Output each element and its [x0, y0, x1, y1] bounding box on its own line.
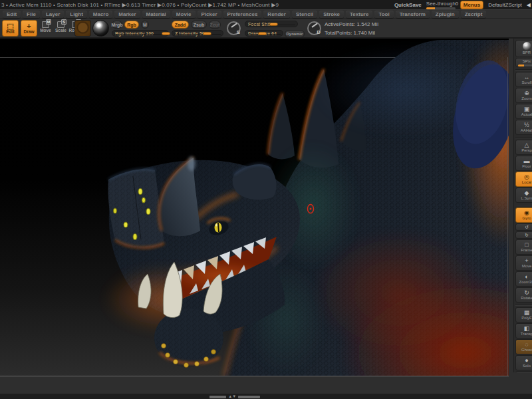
- shelf-item-icon: ↺: [525, 225, 529, 229]
- menus-button[interactable]: Menus: [460, 1, 483, 9]
- shelf-item-icon: □: [525, 242, 528, 248]
- shelf-item-label: Local: [522, 180, 531, 185]
- shelf-item-spix[interactable]: SPix: [515, 58, 532, 67]
- shelf-item-gyro[interactable]: ◉ Gyro: [515, 207, 532, 223]
- shelf-divider: [515, 69, 532, 70]
- shelf-item-icon: ◐: [525, 274, 528, 280]
- focal-shift-slider[interactable]: Focal Shift 0: [245, 21, 298, 27]
- z-intensity-slider[interactable]: Z Intensity 50: [172, 30, 223, 37]
- shelf-item-floor[interactable]: ▬ Floor: [515, 156, 532, 171]
- see-through-label: See-through: [426, 1, 456, 7]
- shelf-item-icon: ↔: [524, 74, 530, 80]
- canvas-region: BPR SPix ↔ Scroll ⊕ Zoom ▣ Actual ½ AAHa…: [0, 39, 532, 394]
- shelf-item-icon: [523, 42, 531, 51]
- shelf-item-icon: ●: [525, 358, 528, 364]
- menu-item-edit[interactable]: Edit: [3, 11, 21, 18]
- shelf-item-label: SPix: [523, 59, 531, 64]
- shelf-item-label: L.Sym: [521, 196, 532, 201]
- zsub-button[interactable]: Zsub: [191, 21, 207, 29]
- document-viewport[interactable]: [0, 39, 509, 376]
- shelf-item-zoom3d[interactable]: ◐ Zoom3D: [515, 271, 532, 287]
- dynamic-button[interactable]: Dynamic: [285, 30, 305, 38]
- shelf-item-aahalf[interactable]: ½ AAHalf: [515, 120, 532, 135]
- see-through-slider[interactable]: See-through 0: [426, 1, 456, 9]
- shelf-item-transp[interactable]: ◧ Transp: [515, 323, 532, 338]
- menu-item-transform[interactable]: Transform: [396, 11, 430, 18]
- shelf-item-label: Scroll: [521, 80, 531, 85]
- shelf-item-icon: +: [525, 258, 528, 264]
- menu-item-zplugin[interactable]: Zplugin: [432, 11, 459, 18]
- menu-bar: EditFileLayerLightMacroMarkerMaterialMov…: [0, 9, 532, 19]
- menu-item-macro[interactable]: Macro: [89, 11, 113, 18]
- shelf-item-label: AAHalf: [521, 128, 532, 133]
- zcut-button[interactable]: Zcut: [209, 21, 221, 29]
- shelf-item-xpose[interactable]: ⇄ Xpose: [515, 371, 532, 372]
- shelf-item-icon: ▬: [524, 158, 530, 164]
- shelf-item-frame[interactable]: □ Frame: [515, 239, 532, 255]
- stroke-selector-icon[interactable]: S: [227, 21, 241, 35]
- shelf-item-label: Solo: [523, 364, 531, 368]
- shelf-item-icon: ⊕: [524, 90, 529, 96]
- menu-item-stencil[interactable]: Stencil: [292, 11, 317, 18]
- draw-size-slider[interactable]: Draw Size 64: [245, 30, 283, 37]
- shelf-item-actual[interactable]: ▣ Actual: [515, 104, 532, 119]
- shelf-divider: [515, 305, 532, 306]
- menu-item-texture[interactable]: Texture: [346, 11, 372, 18]
- default-zscript-button[interactable]: DefaultZScript: [488, 2, 522, 8]
- menu-item-movie[interactable]: Movie: [172, 11, 196, 18]
- right-shelf: BPR SPix ↔ Scroll ⊕ Zoom ▣ Actual ½ AAHa…: [513, 39, 532, 372]
- alpha-selector-icon[interactable]: D: [307, 21, 321, 35]
- menu-item-render[interactable]: Render: [263, 11, 290, 18]
- scale-icon: S: [57, 21, 65, 28]
- menu-item-stroke[interactable]: Stroke: [319, 11, 344, 18]
- menu-item-marker[interactable]: Marker: [114, 11, 140, 18]
- menu-item-picker[interactable]: Picker: [198, 11, 221, 18]
- top-shelf-toolbar: ⬚ Edit + Draw M Move S Scale R Rotate Mr…: [0, 19, 532, 39]
- menu-item-light[interactable]: Light: [66, 11, 87, 18]
- shelf-item-label: Zoom: [521, 96, 531, 101]
- shelf-item-polyf[interactable]: ▦ PolyF: [515, 307, 532, 323]
- shelf-item-bpr[interactable]: BPR: [515, 40, 532, 57]
- shelf-item-rotate[interactable]: ↻ Rotate: [515, 287, 532, 303]
- shelf-divider: [515, 137, 532, 138]
- menu-item-preferences[interactable]: Preferences: [223, 11, 262, 18]
- scale-button[interactable]: S Scale: [54, 21, 68, 36]
- shelf-item-zoom[interactable]: ⊕ Zoom: [515, 88, 532, 103]
- edit-button[interactable]: ⬚ Edit: [2, 20, 19, 37]
- total-points-readout: TotalPoints: 1.740 Mil: [325, 30, 375, 36]
- shelf-item-icon: ▦: [524, 310, 530, 316]
- shelf-item[interactable]: ↻: [515, 231, 532, 239]
- shelf-item-label: BPR: [523, 51, 531, 55]
- shelf-item-solo[interactable]: ● Solo: [515, 355, 532, 370]
- move-button[interactable]: M Move: [39, 21, 53, 36]
- shelf-item-scroll[interactable]: ↔ Scroll: [515, 72, 532, 87]
- current-brush-tile[interactable]: [74, 20, 91, 37]
- rgb-button[interactable]: Rgb: [124, 21, 139, 29]
- menu-item-material[interactable]: Material: [142, 11, 170, 18]
- dragon-sculpt-render[interactable]: [0, 40, 509, 376]
- rgb-intensity-slider[interactable]: Rgb Intensity 100: [112, 30, 169, 37]
- tray-resize-handle[interactable]: ▲▼: [209, 395, 260, 398]
- pointer-icon: ◀: [527, 2, 531, 8]
- current-material-sphere[interactable]: [92, 20, 109, 37]
- menu-item-file[interactable]: File: [23, 11, 40, 18]
- menu-item-zscript[interactable]: Zscript: [461, 11, 487, 18]
- menu-item-layer[interactable]: Layer: [42, 11, 64, 18]
- shelf-item-label: Zoom3D: [519, 280, 532, 285]
- draw-button[interactable]: + Draw: [21, 20, 37, 37]
- shelf-item[interactable]: ↺: [515, 223, 532, 231]
- shelf-item-label: Persp: [521, 148, 532, 153]
- zadd-button[interactable]: Zadd: [172, 21, 189, 29]
- shelf-item-label: Rotate: [521, 296, 532, 301]
- zbrush-window: 3 • Active Mem 1110 • Scratch Disk 101 •…: [0, 0, 532, 399]
- mrgb-button[interactable]: Mrgb: [112, 21, 122, 29]
- shelf-item-persp[interactable]: △ Persp: [515, 140, 532, 155]
- menu-item-tool[interactable]: Tool: [374, 11, 393, 18]
- shelf-item-move[interactable]: + Move: [515, 255, 532, 271]
- m-button[interactable]: M: [141, 21, 149, 29]
- shelf-item-ghost[interactable]: ◌ Ghost: [515, 339, 532, 354]
- shelf-item-label: PolyF: [521, 316, 531, 321]
- shelf-item-lsym[interactable]: ◆ L.Sym: [515, 188, 532, 203]
- quicksave-button[interactable]: QuickSave: [394, 2, 422, 8]
- shelf-item-local[interactable]: ◎ Local: [515, 172, 532, 187]
